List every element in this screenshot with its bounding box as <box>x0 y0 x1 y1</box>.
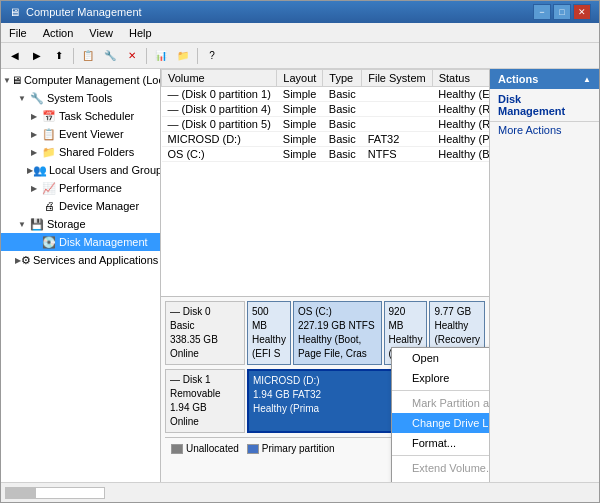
col-type[interactable]: Type <box>323 70 362 87</box>
performance-icon: 📈 <box>41 180 57 196</box>
ctx-shrink[interactable]: Shrink Volume... <box>392 478 489 482</box>
export-button[interactable]: 📁 <box>173 46 193 66</box>
help-button[interactable]: ? <box>202 46 222 66</box>
storage-icon: 💾 <box>29 216 45 232</box>
tree-label-computer: Computer Management (Local <box>24 74 161 86</box>
main-area: ▼ 🖥 Computer Management (Local ▼ 🔧 Syste… <box>1 69 599 482</box>
disk1-status: Online <box>170 415 240 429</box>
tree-item-computer[interactable]: ▼ 🖥 Computer Management (Local <box>1 71 160 89</box>
tree-item-local-users[interactable]: ▶ 👥 Local Users and Groups <box>1 161 160 179</box>
ctx-explore[interactable]: Explore <box>392 368 489 388</box>
tree-label-services: Services and Applications <box>33 254 158 266</box>
col-filesystem[interactable]: File System <box>362 70 432 87</box>
actions-more-link[interactable]: More Actions <box>490 122 599 138</box>
tree-item-performance[interactable]: ▶ 📈 Performance <box>1 179 160 197</box>
tree-label-local-users: Local Users and Groups <box>49 164 161 176</box>
tree-item-event-viewer[interactable]: ▶ 📋 Event Viewer <box>1 125 160 143</box>
tree-item-storage[interactable]: ▼ 💾 Storage <box>1 215 160 233</box>
back-button[interactable]: ◀ <box>5 46 25 66</box>
cell-volume: MICROSD (D:) <box>162 132 277 147</box>
delete-button[interactable]: ✕ <box>122 46 142 66</box>
tree-item-device-manager[interactable]: 🖨 Device Manager <box>1 197 160 215</box>
actions-header: Actions ▲ <box>490 69 599 89</box>
tree-item-task-scheduler[interactable]: ▶ 📅 Task Scheduler <box>1 107 160 125</box>
menu-help[interactable]: Help <box>121 26 160 40</box>
ctx-sep1 <box>392 390 489 391</box>
col-status[interactable]: Status <box>432 70 489 87</box>
task-scheduler-icon: 📅 <box>41 108 57 124</box>
tree-item-shared-folders[interactable]: ▶ 📁 Shared Folders <box>1 143 160 161</box>
status-scrollbar[interactable] <box>5 487 105 499</box>
forward-button[interactable]: ▶ <box>27 46 47 66</box>
minimize-button[interactable]: − <box>533 4 551 20</box>
table-row[interactable]: MICROSD (D:) Simple Basic FAT32 Healthy … <box>162 132 490 147</box>
maximize-button[interactable]: □ <box>553 4 571 20</box>
expand-device-manager <box>27 199 41 213</box>
disk0-part-efi[interactable]: 500 MB Healthy (EFI S <box>247 301 291 365</box>
disk-area: — Disk 0 Basic 338.35 GB Online 500 MB H… <box>161 297 489 482</box>
cell-layout: Simple <box>277 102 323 117</box>
shared-folders-icon: 📁 <box>41 144 57 160</box>
tree-label-storage: Storage <box>47 218 86 230</box>
cell-type: Basic <box>323 117 362 132</box>
col-volume[interactable]: Volume <box>162 70 277 87</box>
table-row[interactable]: — (Disk 0 partition 4) Simple Basic Heal… <box>162 102 490 117</box>
menu-file[interactable]: File <box>1 26 35 40</box>
cell-layout: Simple <box>277 147 323 162</box>
disk0-part-os[interactable]: OS (C:) 227.19 GB NTFS Healthy (Boot, Pa… <box>293 301 382 365</box>
ctx-sep2 <box>392 455 489 456</box>
ctx-change-drive-letter[interactable]: Change Drive Letter and Paths... <box>392 413 489 433</box>
expand-system-tools[interactable]: ▼ <box>15 91 29 105</box>
legend-primary-box <box>247 444 259 454</box>
rec1-size: 920 MB <box>389 305 423 333</box>
cell-status: Healthy (Recovery Partition) <box>432 117 489 132</box>
ctx-format[interactable]: Format... <box>392 433 489 453</box>
status-bar <box>1 482 599 502</box>
cell-status: Healthy (Primary Partition) <box>432 132 489 147</box>
cell-status: Healthy (Recovery Partition) <box>432 102 489 117</box>
expand-performance[interactable]: ▶ <box>27 181 41 195</box>
expand-task-scheduler[interactable]: ▶ <box>27 109 41 123</box>
cell-status: Healthy (EFI System Partition) <box>432 87 489 102</box>
table-container[interactable]: Volume Layout Type File System Status — … <box>161 69 489 297</box>
table-row[interactable]: — (Disk 0 partition 5) Simple Basic Heal… <box>162 117 490 132</box>
legend-unallocated: Unallocated <box>171 443 239 454</box>
disk-management-icon: 💽 <box>41 234 57 250</box>
col-layout[interactable]: Layout <box>277 70 323 87</box>
legend-primary: Primary partition <box>247 443 335 454</box>
cell-fs <box>362 117 432 132</box>
status-scrollbar-thumb <box>6 488 36 498</box>
cell-volume: — (Disk 0 partition 4) <box>162 102 277 117</box>
properties-button[interactable]: 🔧 <box>100 46 120 66</box>
disk0-label: — Disk 0 Basic 338.35 GB Online <box>165 301 245 365</box>
tree-item-system-tools[interactable]: ▼ 🔧 System Tools <box>1 89 160 107</box>
cell-type: Basic <box>323 87 362 102</box>
toolbar-separator-3 <box>197 48 198 64</box>
ctx-open[interactable]: Open <box>392 348 489 368</box>
expand-storage[interactable]: ▼ <box>15 217 29 231</box>
tree-label-event-viewer: Event Viewer <box>59 128 124 140</box>
expand-disk-management <box>27 235 41 249</box>
tree-item-disk-management[interactable]: 💽 Disk Management <box>1 233 160 251</box>
toolbar: ◀ ▶ ⬆ 📋 🔧 ✕ 📊 📁 ? <box>1 43 599 69</box>
new-button[interactable]: 📊 <box>151 46 171 66</box>
up-button[interactable]: ⬆ <box>49 46 69 66</box>
window-title: Computer Management <box>26 6 142 18</box>
cell-layout: Simple <box>277 117 323 132</box>
close-button[interactable]: ✕ <box>573 4 591 20</box>
menu-view[interactable]: View <box>81 26 121 40</box>
table-row[interactable]: — (Disk 0 partition 1) Simple Basic Heal… <box>162 87 490 102</box>
expand-event-viewer[interactable]: ▶ <box>27 127 41 141</box>
cell-type: Basic <box>323 102 362 117</box>
tree-item-services[interactable]: ▶ ⚙ Services and Applications <box>1 251 160 269</box>
expand-computer[interactable]: ▼ <box>3 73 11 87</box>
menu-action[interactable]: Action <box>35 26 82 40</box>
tree-label-device-manager: Device Manager <box>59 200 139 212</box>
title-bar-left: 🖥 Computer Management <box>9 6 142 18</box>
system-tools-icon: 🔧 <box>29 90 45 106</box>
disk1-size: 1.94 GB <box>170 401 240 415</box>
table-row[interactable]: OS (C:) Simple Basic NTFS Healthy (Boot,… <box>162 147 490 162</box>
legend-primary-label: Primary partition <box>262 443 335 454</box>
show-hide-button[interactable]: 📋 <box>78 46 98 66</box>
expand-shared-folders[interactable]: ▶ <box>27 145 41 159</box>
